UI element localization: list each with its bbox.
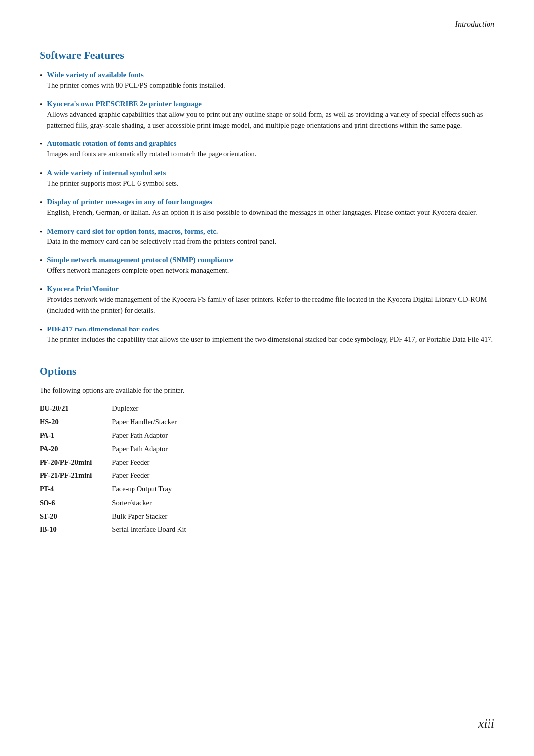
feature-item: • Automatic rotation of fonts and graphi… (40, 140, 494, 160)
feature-title: Kyocera's own PRESCRIBE 2e printer langu… (47, 100, 494, 108)
feature-content: PDF417 two-dimensional bar codes The pri… (47, 325, 494, 345)
option-code: PF-21/PF-21mini (40, 469, 112, 482)
feature-description: English, French, German, or Italian. As … (47, 207, 494, 218)
feature-item: • Display of printer messages in any of … (40, 198, 494, 218)
feature-description: The printer supports most PCL 6 symbol s… (47, 178, 494, 189)
feature-item: • A wide variety of internal symbol sets… (40, 169, 494, 189)
bullet-icon: • (40, 140, 42, 160)
options-table: DU-20/21 Duplexer HS-20 Paper Handler/St… (40, 402, 206, 536)
feature-description: Images and fonts are automatically rotat… (47, 149, 494, 160)
option-code: PA-1 (40, 429, 112, 442)
feature-content: Automatic rotation of fonts and graphics… (47, 140, 494, 160)
feature-list: • Wide variety of available fonts The pr… (40, 71, 494, 345)
table-row: HS-20 Paper Handler/Stacker (40, 415, 206, 428)
feature-title: Memory card slot for option fonts, macro… (47, 227, 494, 236)
feature-title: PDF417 two-dimensional bar codes (47, 325, 494, 333)
table-row: IB-10 Serial Interface Board Kit (40, 523, 206, 536)
feature-content: Kyocera's own PRESCRIBE 2e printer langu… (47, 100, 494, 131)
option-description: Paper Path Adaptor (112, 429, 206, 442)
feature-title: Automatic rotation of fonts and graphics (47, 140, 494, 148)
table-row: PA-20 Paper Path Adaptor (40, 442, 206, 456)
feature-title: Wide variety of available fonts (47, 71, 494, 79)
feature-item: • Wide variety of available fonts The pr… (40, 71, 494, 91)
option-code: PA-20 (40, 442, 112, 456)
table-row: PF-21/PF-21mini Paper Feeder (40, 469, 206, 482)
table-row: PT-4 Face-up Output Tray (40, 482, 206, 496)
feature-content: Wide variety of available fonts The prin… (47, 71, 494, 91)
feature-title: Simple network management protocol (SNMP… (47, 256, 494, 264)
option-code: HS-20 (40, 415, 112, 428)
bullet-icon: • (40, 228, 42, 247)
option-description: Paper Feeder (112, 469, 206, 482)
feature-item: • PDF417 two-dimensional bar codes The p… (40, 325, 494, 345)
option-description: Sorter/stacker (112, 496, 206, 510)
bullet-icon: • (40, 169, 42, 189)
table-row: PA-1 Paper Path Adaptor (40, 429, 206, 442)
option-code: PF-20/PF-20mini (40, 456, 112, 469)
software-features-title: Software Features (40, 49, 494, 62)
feature-item: • Simple network management protocol (SN… (40, 256, 494, 276)
option-description: Paper Path Adaptor (112, 442, 206, 456)
feature-title: Display of printer messages in any of fo… (47, 198, 494, 206)
option-description: Face-up Output Tray (112, 482, 206, 496)
option-description: Paper Feeder (112, 456, 206, 469)
feature-item: • Kyocera's own PRESCRIBE 2e printer lan… (40, 100, 494, 131)
option-description: Bulk Paper Stacker (112, 510, 206, 523)
feature-description: Data in the memory card can be selective… (47, 236, 494, 247)
bullet-icon: • (40, 285, 42, 316)
feature-item: • Kyocera PrintMonitor Provides network … (40, 285, 494, 316)
option-code: ST-20 (40, 510, 112, 523)
table-row: ST-20 Bulk Paper Stacker (40, 510, 206, 523)
feature-description: The printer includes the capability that… (47, 334, 494, 345)
feature-content: Simple network management protocol (SNMP… (47, 256, 494, 276)
table-row: PF-20/PF-20mini Paper Feeder (40, 456, 206, 469)
header-title: Introduction (455, 20, 494, 29)
options-section: Options The following options are availa… (40, 365, 494, 536)
option-code: PT-4 (40, 482, 112, 496)
option-description: Duplexer (112, 402, 206, 415)
bullet-icon: • (40, 326, 42, 345)
option-description: Serial Interface Board Kit (112, 523, 206, 536)
options-intro: The following options are available for … (40, 386, 494, 395)
feature-content: Memory card slot for option fonts, macro… (47, 227, 494, 247)
feature-title: Kyocera PrintMonitor (47, 285, 494, 293)
bullet-icon: • (40, 71, 42, 91)
bullet-icon: • (40, 100, 42, 131)
options-title: Options (40, 365, 494, 378)
feature-description: Offers network managers complete open ne… (47, 265, 494, 276)
feature-item: • Memory card slot for option fonts, mac… (40, 227, 494, 247)
page-number: xiii (478, 716, 494, 731)
feature-content: A wide variety of internal symbol sets T… (47, 169, 494, 189)
page-footer: xiii (478, 716, 494, 731)
feature-description: Provides network wide management of the … (47, 294, 494, 316)
feature-title: A wide variety of internal symbol sets (47, 169, 494, 177)
feature-description: Allows advanced graphic capabilities tha… (47, 109, 494, 131)
option-code: DU-20/21 (40, 402, 112, 415)
option-description: Paper Handler/Stacker (112, 415, 206, 428)
option-code: IB-10 (40, 523, 112, 536)
option-code: SO-6 (40, 496, 112, 510)
table-row: DU-20/21 Duplexer (40, 402, 206, 415)
bullet-icon: • (40, 256, 42, 276)
feature-description: The printer comes with 80 PCL/PS compati… (47, 80, 494, 91)
feature-content: Kyocera PrintMonitor Provides network wi… (47, 285, 494, 316)
feature-content: Display of printer messages in any of fo… (47, 198, 494, 218)
software-features-section: Software Features • Wide variety of avai… (40, 49, 494, 345)
page-header: Introduction (40, 20, 494, 33)
bullet-icon: • (40, 198, 42, 218)
table-row: SO-6 Sorter/stacker (40, 496, 206, 510)
